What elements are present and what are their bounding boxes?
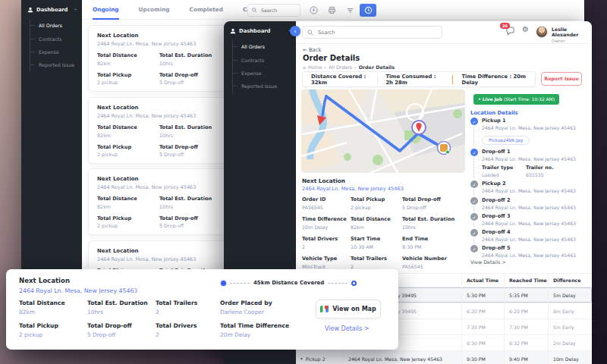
location-details-title: Location Details xyxy=(470,110,518,116)
breadcrumb-all-orders[interactable]: All Orders xyxy=(329,64,352,70)
settings-gear-icon[interactable]: ⚙ xyxy=(522,25,529,33)
timeline-item-dropoff-5: ✓ Drop-off 5 2464 Royal Ln. Mesa, New Je… xyxy=(470,245,586,258)
sidebar-item-reported-issue[interactable]: Reported Issue xyxy=(30,58,82,71)
sidebar-item-all-orders[interactable]: All Orders xyxy=(233,40,296,53)
sidebar-collapse-button[interactable]: ‹ xyxy=(290,26,300,36)
next-location-overlay-card: Next Location 2464 Royal Ln. Mesa, New J… xyxy=(6,269,398,350)
sidebar-title: Dashboard xyxy=(239,28,270,34)
orders-search-box[interactable] xyxy=(247,4,300,17)
chevron-up-icon: ⌃ xyxy=(74,8,77,13)
overlay-address: 2464 Royal Ln. Mesa, New Jersey 45463 xyxy=(19,287,398,294)
sidebar-dashboard-header[interactable]: Dashboard ⌃ xyxy=(224,21,296,40)
filter-icon-button[interactable] xyxy=(343,4,357,17)
chevron-left-icon: ‹ xyxy=(294,28,296,35)
breadcrumb-current: Order Details xyxy=(359,64,395,70)
destination-pin-marker xyxy=(412,121,426,134)
sidebar-item-contracts[interactable]: Contracts xyxy=(233,53,296,66)
tab-ongoing[interactable]: Ongoing xyxy=(93,0,119,20)
desktop-background: Dashboard ⌃ All Orders Contracts Expense… xyxy=(0,0,607,364)
check-icon: ✓ xyxy=(470,149,478,156)
print-icon-button[interactable] xyxy=(325,4,338,17)
details-topbar: 26 ⚙ Leslie Alexander Owner xyxy=(296,21,592,44)
timeline-item-dropoff-3: ✓ Drop-off 3 2464 Royal Ln. Mesa, New Je… xyxy=(470,213,586,226)
timeline-view-details-link[interactable]: View Details > xyxy=(470,259,506,265)
notification-count-badge: 26 xyxy=(500,23,510,29)
sidebar-menu: All Orders Contracts Expense Reported Is… xyxy=(30,19,82,72)
sidebar-item-reported-issue[interactable]: Reported Issue xyxy=(233,80,296,93)
view-on-map-button[interactable]: View on Map xyxy=(316,300,381,318)
user-info[interactable]: Leslie Alexander Owner xyxy=(552,27,592,43)
check-icon: ✓ xyxy=(470,245,478,253)
stat-time-difference: Time Difference : 20m Delay xyxy=(453,74,535,86)
overlay-info-grid: Total Distance82km Total Est. Duration10… xyxy=(19,300,311,345)
global-search-input[interactable] xyxy=(316,29,437,36)
sidebar-item-all-orders[interactable]: All Orders xyxy=(30,19,82,32)
user-icon xyxy=(27,7,33,13)
user-name: Leslie Alexander xyxy=(552,27,592,37)
overlay-view-details-link[interactable]: View Details > xyxy=(325,325,370,332)
sync-icon-button[interactable] xyxy=(360,4,376,17)
map-pin-icon xyxy=(320,305,329,313)
orders-search-input[interactable] xyxy=(259,7,296,14)
check-icon: ✓ xyxy=(470,229,478,237)
attachment-chip[interactable]: Pickup2496.jpg xyxy=(482,136,530,145)
progress-end-ring xyxy=(351,281,357,286)
check-icon: ✓ xyxy=(470,118,478,125)
timeline-item-dropoff-4: ✓ Drop-off 4 2464 Royal Ln. Mesa, New Je… xyxy=(470,229,586,242)
check-icon: ✓ xyxy=(470,197,478,205)
stat-distance-covered: Distance Covered : 32km xyxy=(303,74,377,86)
order-info-grid: Order IDPA56545 Total Pickup2 pickup Tot… xyxy=(302,196,466,275)
next-location-address: 2464 Royal Ln. Mesa, New Jersey 45463 xyxy=(302,186,466,192)
sidebar-dashboard-header[interactable]: Dashboard ⌃ xyxy=(21,0,82,19)
row-expander-icon[interactable]: ▾ xyxy=(300,356,303,361)
timeline-item-dropoff-2: ✓ Drop-off 2 2464 Royal Ln. Mesa, New Je… xyxy=(470,197,586,210)
user-icon xyxy=(230,28,236,34)
timeline-item-pickup-2: ✓ Pickup 2 2464 Royal Ln. Mesa, New Jers… xyxy=(470,180,586,193)
download-icon-button[interactable] xyxy=(307,4,320,17)
route-map[interactable] xyxy=(301,89,465,173)
live-dot: • xyxy=(478,97,481,102)
tab-upcoming[interactable]: Upcoming xyxy=(139,0,170,20)
timeline-item-dropoff-1: ✓ Drop-off 1 2464 Royal Ln. Mesa, New Je… xyxy=(470,149,586,177)
global-search-box[interactable] xyxy=(302,26,442,39)
sidebar-title: Dashboard xyxy=(36,7,68,13)
page-title: Order Details xyxy=(303,54,360,62)
home-icon: ⌂ xyxy=(303,64,306,70)
tab-completed[interactable]: Completed xyxy=(190,0,223,20)
sidebar-item-contracts[interactable]: Contracts xyxy=(30,32,82,45)
progress-label: 45km Distance Covered xyxy=(253,280,324,286)
search-icon xyxy=(252,8,257,13)
stat-time-consumed: Time Consumed : 2h 28m xyxy=(377,74,452,86)
progress-start-dot xyxy=(221,281,226,286)
sidebar-item-expense[interactable]: Expense xyxy=(30,46,82,58)
trip-stats-bar: Distance Covered : 32km Time Consumed : … xyxy=(302,71,536,87)
check-icon: ✓ xyxy=(470,213,478,221)
package-marker xyxy=(438,142,451,155)
back-link[interactable]: ← Back xyxy=(303,47,321,53)
sidebar-item-expense[interactable]: Expense xyxy=(233,67,296,80)
search-icon xyxy=(307,30,313,36)
next-location-label: Next Location xyxy=(302,177,345,184)
breadcrumb: ⌂ Home › All Orders › Order Details xyxy=(303,64,395,70)
table-row-pickup-2[interactable]: ▾ Pickup 2 2464 Royal Ln. Mesa, New Jers… xyxy=(296,351,592,364)
timeline-item-pickup-1: ✓ Pickup 1 2464 Royal Ln. Mesa, New Jers… xyxy=(470,118,586,145)
live-job-badge: • Live Job (Start Time: 10:32 AM) xyxy=(473,94,559,105)
notifications-button[interactable]: 26 xyxy=(505,27,517,39)
report-issue-button[interactable]: Report Issue xyxy=(541,72,582,86)
breadcrumb-home[interactable]: Home xyxy=(308,64,322,70)
back-arrow-icon: ← xyxy=(303,47,307,53)
check-icon: ✓ xyxy=(470,180,478,188)
user-role: Owner xyxy=(552,39,592,43)
user-avatar[interactable] xyxy=(536,26,548,38)
distance-progress: 45km Distance Covered xyxy=(221,280,357,286)
